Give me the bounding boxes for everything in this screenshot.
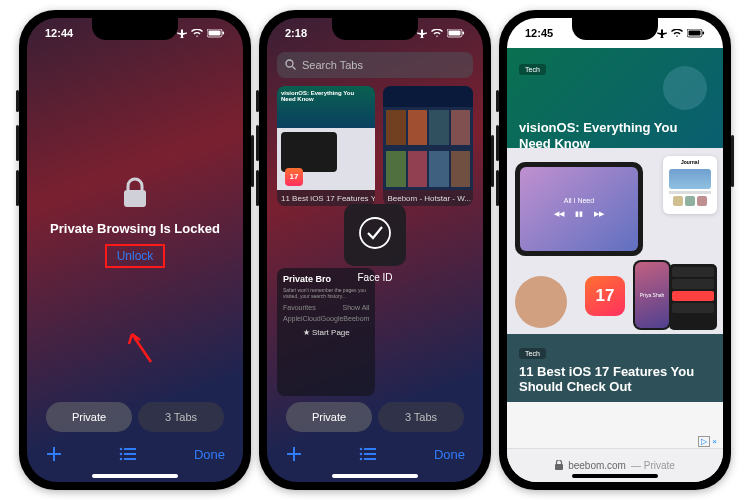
tab-groups-list-button[interactable] — [359, 447, 377, 461]
thumb-headline: visionOS: Everything YouNeed Know — [277, 86, 375, 128]
star-icon: ★ — [303, 328, 310, 337]
home-indicator[interactable] — [332, 474, 418, 478]
side-button-power — [251, 135, 254, 187]
ipad-mockup: All I Need ◀◀ ▮▮ ▶▶ — [515, 162, 643, 256]
faceid-label: Face ID — [332, 272, 418, 283]
svg-rect-7 — [124, 453, 136, 455]
tab-group-private[interactable]: Private — [46, 402, 132, 432]
side-button-power — [731, 135, 734, 187]
category-tag: Tech — [519, 64, 546, 75]
faceid-overlay: Face ID — [332, 204, 418, 283]
side-button-vol-up — [496, 125, 499, 161]
toolbar: Private 3 Tabs Done — [267, 396, 483, 482]
airplane-mode-icon — [417, 28, 427, 38]
done-button[interactable]: Done — [194, 447, 225, 462]
svg-point-17 — [360, 453, 363, 456]
wifi-icon — [671, 29, 683, 38]
svg-point-19 — [360, 458, 363, 461]
tab-groups-list-button[interactable] — [119, 447, 137, 461]
svg-rect-22 — [689, 30, 701, 35]
new-tab-button[interactable] — [45, 445, 63, 463]
notch — [92, 18, 178, 40]
screen: 2:18 Search Tabs ✕ visionOS: Everything … — [267, 18, 483, 482]
start-page-label: Start Page — [312, 328, 350, 337]
svg-point-8 — [120, 458, 123, 461]
search-icon — [285, 59, 296, 72]
status-time: 2:18 — [285, 27, 307, 39]
web-content[interactable]: Tech visionOS: Everything You Need Know … — [507, 48, 723, 448]
search-placeholder: Search Tabs — [302, 59, 363, 71]
svg-rect-3 — [124, 190, 146, 207]
tab-card-1[interactable]: ✕ visionOS: Everything YouNeed Know 17 1… — [277, 86, 375, 206]
screen: 12:45 Tech visionOS: Everything You Need… — [507, 18, 723, 482]
annotation-arrow-icon — [119, 328, 159, 368]
side-button-vol-down — [496, 170, 499, 206]
tab-group-private[interactable]: Private — [286, 402, 372, 432]
hero-graphic — [663, 66, 707, 110]
svg-rect-16 — [364, 448, 376, 450]
person-photo — [515, 276, 567, 328]
side-button-power — [491, 135, 494, 187]
widget-card — [669, 264, 717, 330]
tab-thumbnail — [383, 86, 473, 190]
tab-thumbnail: visionOS: Everything YouNeed Know 17 — [277, 86, 375, 190]
pause-icon: ▮▮ — [572, 207, 586, 221]
unlock-button[interactable]: Unlock — [105, 244, 166, 268]
battery-icon — [447, 29, 465, 38]
svg-point-6 — [120, 453, 123, 456]
tab-group-count[interactable]: 3 Tabs — [138, 402, 224, 432]
svg-rect-20 — [364, 458, 376, 460]
article-hero[interactable]: Tech visionOS: Everything You Need Know — [507, 48, 723, 148]
tab-group-count[interactable]: 3 Tabs — [378, 402, 464, 432]
article-card[interactable]: Tech 11 Best iOS 17 Features You Should … — [507, 334, 723, 402]
lock-icon — [555, 460, 563, 472]
wifi-icon — [191, 29, 203, 38]
battery-icon — [687, 29, 705, 38]
svg-point-4 — [120, 448, 123, 451]
locked-title: Private Browsing Is Locked — [50, 221, 220, 236]
side-button-mute — [16, 90, 19, 112]
home-indicator[interactable] — [92, 474, 178, 478]
journal-card: Journal — [663, 156, 717, 214]
category-tag: Tech — [519, 348, 546, 359]
lock-icon — [122, 177, 148, 213]
side-button-vol-up — [256, 125, 259, 161]
svg-point-14 — [360, 218, 390, 248]
favourites-label: Favourites — [283, 304, 316, 311]
tab-card-start-page[interactable]: Private Bro Safari won't remember the pa… — [277, 268, 375, 397]
tab-card-2[interactable]: ✕ Beebom - Hotstar - W... — [383, 86, 473, 206]
url-host: beebom.com — [568, 460, 626, 471]
side-button-vol-down — [256, 170, 259, 206]
checkmark-icon — [358, 216, 392, 254]
battery-icon — [207, 29, 225, 38]
toolbar: Private 3 Tabs Done — [27, 396, 243, 482]
airplane-mode-icon — [657, 28, 667, 38]
side-button-mute — [256, 90, 259, 112]
show-all-link: Show All — [343, 304, 370, 311]
phone-1-locked: 12:44 Private Browsing Is Locked Unlock … — [19, 10, 251, 490]
ios17-tile: 17 — [585, 276, 625, 316]
ad-play-icon: ▷ — [698, 436, 710, 447]
status-time: 12:45 — [525, 27, 553, 39]
svg-rect-2 — [223, 31, 225, 34]
prev-icon: ◀◀ — [552, 207, 566, 221]
svg-rect-11 — [449, 30, 461, 35]
svg-point-15 — [360, 448, 363, 451]
article-image: All I Need ◀◀ ▮▮ ▶▶ Journal 17 Priy — [507, 148, 723, 334]
svg-point-13 — [286, 60, 293, 67]
article-title: visionOS: Everything You Need Know — [519, 120, 711, 151]
phone-3-webpage: 12:45 Tech visionOS: Everything You Need… — [499, 10, 731, 490]
new-tab-button[interactable] — [285, 445, 303, 463]
search-tabs-input[interactable]: Search Tabs — [277, 52, 473, 78]
home-indicator[interactable] — [572, 474, 658, 478]
phone-2-faceid: 2:18 Search Tabs ✕ visionOS: Everything … — [259, 10, 491, 490]
ad-close-icon[interactable]: × — [712, 437, 717, 446]
svg-rect-9 — [124, 458, 136, 460]
now-playing-label: All I Need — [564, 197, 594, 204]
done-button[interactable]: Done — [434, 447, 465, 462]
ad-marker[interactable]: ▷ × — [696, 437, 717, 446]
svg-rect-18 — [364, 453, 376, 455]
iphone-mockup: Priya Shah — [633, 260, 671, 330]
svg-rect-24 — [555, 464, 563, 470]
status-time: 12:44 — [45, 27, 73, 39]
